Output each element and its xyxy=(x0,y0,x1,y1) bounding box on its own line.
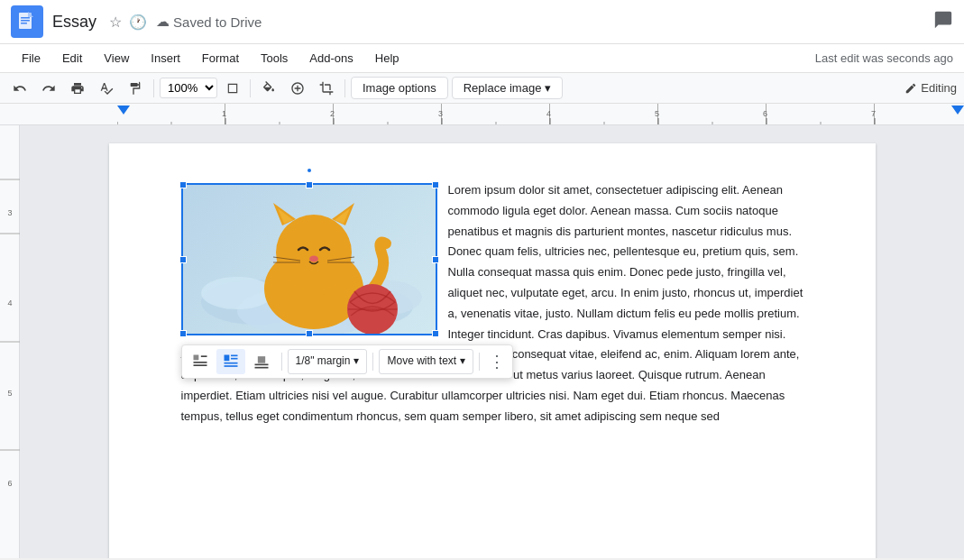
svg-rect-55 xyxy=(193,355,198,361)
menu-help[interactable]: Help xyxy=(364,44,410,72)
handle-top-center[interactable] xyxy=(306,181,313,188)
replace-image-chevron: ▾ xyxy=(545,81,551,95)
svg-text:5: 5 xyxy=(7,389,12,398)
image-float-container: 1/8" margin ▾ Move with text ▾ ⋮ xyxy=(181,183,437,339)
margin-label: 1/8" margin xyxy=(296,353,351,370)
border-button[interactable] xyxy=(285,78,310,99)
handle-bottom-center[interactable] xyxy=(306,330,313,337)
move-with-text-label: Move with text xyxy=(387,353,456,370)
sep1 xyxy=(153,79,154,97)
menu-addons[interactable]: Add-ons xyxy=(298,44,363,72)
img-tb-sep1 xyxy=(281,353,282,371)
image-inline-toolbar: 1/8" margin ▾ Move with text ▾ ⋮ xyxy=(181,344,514,379)
doc-title: Essay xyxy=(52,13,96,32)
sep2 xyxy=(250,79,251,97)
menu-format[interactable]: Format xyxy=(191,44,250,72)
wrap-with-text-button[interactable] xyxy=(216,349,245,374)
top-bar: Essay ☆ 🕐 ☁ Saved to Drive xyxy=(0,0,964,44)
img-tb-sep2 xyxy=(372,353,373,371)
vertical-ruler: 3 4 5 6 xyxy=(0,125,20,558)
print-button[interactable] xyxy=(65,78,90,99)
svg-rect-4 xyxy=(21,23,27,24)
ruler-scale: 1 2 3 4 5 6 7 xyxy=(117,104,964,124)
handle-mid-right[interactable] xyxy=(432,256,439,263)
saved-text: Saved to Drive xyxy=(173,14,262,30)
zoom-fit-button[interactable] xyxy=(221,78,244,98)
replace-image-button[interactable]: Replace image ▾ xyxy=(452,77,564,99)
svg-text:4: 4 xyxy=(7,298,12,308)
editing-label: Editing xyxy=(921,81,957,95)
cat-image xyxy=(183,185,436,334)
svg-text:1: 1 xyxy=(222,109,226,118)
more-options-button[interactable]: ⋮ xyxy=(485,350,509,373)
menu-edit[interactable]: Edit xyxy=(51,44,93,72)
svg-text:6: 6 xyxy=(7,479,12,488)
history-icon[interactable]: 🕐 xyxy=(129,14,147,31)
handle-top-right[interactable] xyxy=(432,181,439,188)
menu-view[interactable]: View xyxy=(93,44,140,72)
menu-file[interactable]: File xyxy=(11,44,51,72)
handle-mid-left[interactable] xyxy=(179,256,187,263)
menu-bar: File Edit View Insert Format Tools Add-o… xyxy=(0,44,964,73)
sep3 xyxy=(344,79,345,97)
img-tb-sep3 xyxy=(479,353,480,371)
toolbar: 100% 75% 125% 150% 200% Image options Re… xyxy=(0,73,964,104)
svg-point-42 xyxy=(276,215,352,290)
handle-top-center[interactable] xyxy=(306,167,313,174)
svg-text:2: 2 xyxy=(330,109,335,118)
horizontal-ruler: 1 2 3 4 5 6 7 xyxy=(0,104,964,125)
svg-text:3: 3 xyxy=(7,208,12,217)
svg-text:6: 6 xyxy=(763,109,767,118)
doc-text: 1/8" margin ▾ Move with text ▾ ⋮ xyxy=(181,179,803,427)
svg-text:7: 7 xyxy=(871,109,876,118)
zoom-select[interactable]: 100% 75% 125% 150% 200% xyxy=(160,78,217,98)
wrap-inline-button[interactable] xyxy=(186,349,215,374)
svg-text:3: 3 xyxy=(438,109,443,118)
undo-button[interactable] xyxy=(7,78,32,99)
menu-tools[interactable]: Tools xyxy=(250,44,298,72)
main-content: 3 4 5 6 xyxy=(0,125,964,558)
title-icons: ☆ 🕐 xyxy=(109,14,147,31)
move-chevron: ▾ xyxy=(460,353,465,370)
handle-top-left[interactable] xyxy=(179,181,187,188)
svg-rect-3 xyxy=(21,20,30,22)
image-options-button[interactable]: Image options xyxy=(351,77,448,99)
svg-rect-59 xyxy=(224,355,229,362)
svg-rect-2 xyxy=(21,17,30,19)
redo-button[interactable] xyxy=(36,78,61,99)
handle-bottom-left[interactable] xyxy=(179,330,187,337)
svg-rect-64 xyxy=(257,356,264,363)
last-edit-text: Last edit was seconds ago xyxy=(815,51,953,65)
crop-button[interactable] xyxy=(314,78,339,99)
comment-button[interactable] xyxy=(933,10,953,34)
doc-area: 1/8" margin ▾ Move with text ▾ ⋮ xyxy=(20,125,964,558)
paint-bucket-button[interactable] xyxy=(256,78,281,99)
app-icon[interactable] xyxy=(11,5,43,38)
image-selected[interactable]: 1/8" margin ▾ Move with text ▾ ⋮ xyxy=(181,183,437,335)
saved-badge: ☁ Saved to Drive xyxy=(156,14,262,30)
svg-point-47 xyxy=(309,256,318,262)
break-text-button[interactable] xyxy=(247,349,276,374)
paint-format-button[interactable] xyxy=(123,78,148,99)
replace-image-label: Replace image xyxy=(464,81,542,95)
svg-point-39 xyxy=(201,277,273,309)
margin-dropdown[interactable]: 1/8" margin ▾ xyxy=(288,349,368,373)
spellcheck-button[interactable] xyxy=(94,78,119,99)
doc-page: 1/8" margin ▾ Move with text ▾ ⋮ xyxy=(109,143,876,558)
move-with-text-dropdown[interactable]: Move with text ▾ xyxy=(379,349,473,373)
cloud-icon: ☁ xyxy=(156,14,170,30)
star-icon[interactable]: ☆ xyxy=(109,14,122,31)
editing-button[interactable]: Editing xyxy=(904,81,957,95)
menu-insert[interactable]: Insert xyxy=(140,44,191,72)
handle-bottom-right[interactable] xyxy=(432,330,439,337)
svg-text:5: 5 xyxy=(655,109,659,118)
svg-text:4: 4 xyxy=(546,109,551,118)
margin-chevron: ▾ xyxy=(353,353,359,370)
